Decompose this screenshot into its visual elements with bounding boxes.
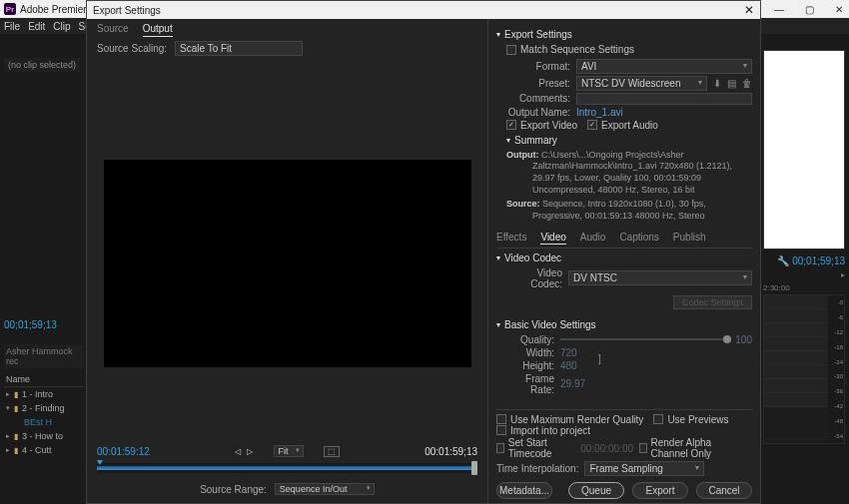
quality-slider[interactable]: 100 xyxy=(560,334,752,345)
source-range-label: Source Range: xyxy=(200,484,267,495)
source-timecode: 00;01;59;13 xyxy=(4,319,57,330)
max-render-quality-checkbox[interactable] xyxy=(496,414,506,424)
output-name-link[interactable]: Intro_1.avi xyxy=(576,107,623,118)
delete-preset-icon[interactable]: 🗑 xyxy=(742,78,752,89)
project-panel-title: Asher Hammock rec xyxy=(4,344,84,368)
preset-select[interactable]: NTSC DV Widescreen xyxy=(576,76,707,91)
no-clip-label: (no clip selected) xyxy=(4,58,80,72)
use-previews-checkbox[interactable] xyxy=(653,414,663,424)
menu-edit[interactable]: Edit xyxy=(28,21,45,32)
match-sequence-checkbox[interactable] xyxy=(506,45,516,55)
start-timecode-value: 00:00:00:00 xyxy=(580,443,633,454)
summary-output-text: C:\Users\...\Ongoing Projects\Asher Zalt… xyxy=(532,150,732,195)
export-settings-dialog: Export Settings ✕ Source Output Source S… xyxy=(86,0,761,504)
step-forward-button[interactable]: ▷ xyxy=(247,447,253,456)
source-scaling-select[interactable]: Scale To Fit xyxy=(175,41,303,56)
codec-settings-button: Codec Settings xyxy=(673,295,752,309)
comments-label: Comments: xyxy=(506,93,576,104)
tab-video[interactable]: Video xyxy=(540,232,565,245)
width-label: Width: xyxy=(506,347,560,358)
video-codec-select[interactable]: DV NTSC xyxy=(568,270,752,285)
queue-button[interactable]: Queue xyxy=(568,482,624,499)
height-label: Height: xyxy=(506,360,560,371)
tab-publish[interactable]: Publish xyxy=(673,232,706,245)
import-into-project-checkbox[interactable] xyxy=(496,425,506,435)
output-name-label: Output Name: xyxy=(506,107,576,118)
column-name[interactable]: Name xyxy=(6,374,30,384)
list-item[interactable]: BEst H xyxy=(4,415,84,429)
timeline-ruler-time: 2:30:00 xyxy=(763,283,845,292)
tab-audio[interactable]: Audio xyxy=(580,232,606,245)
time-interpolation-select[interactable]: Frame Sampling xyxy=(584,461,704,476)
in-timecode[interactable]: 00:01:59:12 xyxy=(97,446,150,457)
summary-source-text: Sequence, Intro 1920x1080 (1.0), 30 fps,… xyxy=(532,199,706,221)
export-button[interactable]: Export xyxy=(632,482,688,499)
cancel-button[interactable]: Cancel xyxy=(696,482,752,499)
playhead[interactable] xyxy=(97,460,103,465)
dialog-titlebar[interactable]: Export Settings ✕ xyxy=(87,1,760,19)
step-back-button[interactable]: ◁ xyxy=(235,447,241,456)
window-maximize-button[interactable]: ▢ xyxy=(803,4,815,15)
list-item[interactable]: ▾▮2 - Finding xyxy=(4,401,84,415)
height-value: 480 xyxy=(560,360,596,371)
scrubber[interactable] xyxy=(97,463,477,473)
aspect-ratio-button[interactable]: ⬚ xyxy=(324,446,340,457)
preview-panel: Source Output Source Scaling: Scale To F… xyxy=(87,19,488,503)
export-settings-header[interactable]: ▾Export Settings xyxy=(496,29,752,40)
link-dimensions-icon[interactable]: ] xyxy=(598,353,601,364)
tab-source[interactable]: Source xyxy=(97,23,129,37)
preset-label: Preset: xyxy=(506,78,576,89)
video-codec-label: Video Codec: xyxy=(506,267,568,289)
window-minimize-button[interactable]: — xyxy=(773,4,785,15)
zoom-fit-select[interactable]: Fit xyxy=(274,445,304,457)
preview-video[interactable] xyxy=(104,160,471,367)
quality-label: Quality: xyxy=(506,334,560,345)
summary-header[interactable]: ▾Summary xyxy=(506,135,752,146)
list-item[interactable]: ▸▮3 - How to xyxy=(4,429,84,443)
source-scaling-label: Source Scaling: xyxy=(97,43,167,54)
program-monitor-area: 🔧 00;01;59;13 ▸ 2:30:00 -0-6-12-18-24-30… xyxy=(763,50,845,500)
timeline-panel[interactable]: -0-6-12-18-24-30-36-42-48-54 xyxy=(763,294,845,444)
out-timecode[interactable]: 00:01:59;13 xyxy=(424,446,477,457)
frame-rate-value: 29.97 xyxy=(560,378,596,389)
import-preset-icon[interactable]: ▤ xyxy=(727,78,736,89)
premiere-icon: Pr xyxy=(4,3,16,15)
program-timecode: 🔧 00;01;59;13 xyxy=(763,255,845,266)
tab-effects[interactable]: Effects xyxy=(496,232,526,245)
format-label: Format: xyxy=(506,61,576,72)
tab-captions[interactable]: Captions xyxy=(619,232,658,245)
project-panel: Asher Hammock rec Name ▸▮1 - Intro ▾▮2 -… xyxy=(4,344,84,457)
list-item[interactable]: ▸▮4 - Cutt xyxy=(4,443,84,457)
window-close-button[interactable]: ✕ xyxy=(833,4,845,15)
metadata-button[interactable]: Metadata... xyxy=(496,482,552,499)
program-monitor xyxy=(763,50,845,250)
dialog-close-button[interactable]: ✕ xyxy=(744,3,754,17)
list-item[interactable]: ▸▮1 - Intro xyxy=(4,387,84,401)
export-audio-checkbox[interactable] xyxy=(587,120,597,130)
basic-video-header[interactable]: ▾Basic Video Settings xyxy=(496,319,752,330)
render-alpha-checkbox[interactable] xyxy=(639,443,647,453)
format-select[interactable]: AVI xyxy=(576,59,752,74)
source-monitor-panel: (no clip selected) xyxy=(4,50,84,72)
comments-input[interactable] xyxy=(576,93,752,105)
tab-output[interactable]: Output xyxy=(143,23,173,37)
save-preset-icon[interactable]: ⬇ xyxy=(713,78,721,89)
audio-meters: -0-6-12-18-24-30-36-42-48-54 xyxy=(828,295,844,443)
menu-file[interactable]: File xyxy=(4,21,20,32)
match-sequence-label: Match Sequence Settings xyxy=(520,44,634,55)
menu-clip[interactable]: Clip xyxy=(53,21,70,32)
export-video-checkbox[interactable] xyxy=(506,120,516,130)
set-start-timecode-checkbox[interactable] xyxy=(496,443,504,453)
video-codec-header[interactable]: ▾Video Codec xyxy=(496,252,752,263)
settings-panel: ▾Export Settings Match Sequence Settings… xyxy=(488,19,760,503)
out-handle[interactable] xyxy=(471,461,477,475)
source-range-select[interactable]: Sequence In/Out xyxy=(275,483,375,495)
dialog-title: Export Settings xyxy=(93,5,161,16)
frame-rate-label: Frame Rate: xyxy=(506,373,560,395)
width-value: 720 xyxy=(560,347,596,358)
time-interpolation-label: Time Interpolation: xyxy=(496,463,584,474)
